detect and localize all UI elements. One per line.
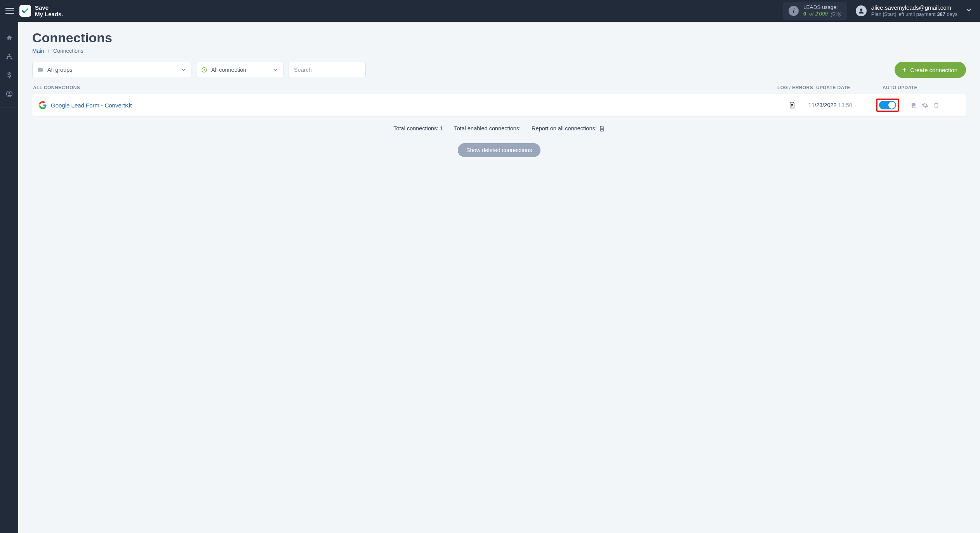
svg-rect-1 bbox=[8, 54, 10, 55]
svg-rect-13 bbox=[912, 103, 915, 106]
brand-text: Save My Leads. bbox=[35, 4, 63, 18]
svg-rect-3 bbox=[10, 58, 12, 59]
auto-update-toggle[interactable] bbox=[879, 101, 896, 109]
table-row: Google Lead Form - ConvertKit 11/23/2022… bbox=[32, 94, 966, 116]
col-header-auto: AUTO UPDATE bbox=[879, 85, 966, 90]
svg-point-0 bbox=[860, 9, 862, 11]
document-icon bbox=[599, 126, 605, 132]
main-content: Connections Main / Connections All group… bbox=[18, 22, 980, 533]
filters-row: All groups All connection bbox=[32, 62, 966, 78]
create-connection-button[interactable]: Create connection bbox=[895, 62, 966, 78]
breadcrumb-main[interactable]: Main bbox=[32, 48, 44, 54]
log-button[interactable] bbox=[776, 102, 808, 109]
stats-total: Total connections: 1 bbox=[393, 125, 443, 132]
connection-status-label: All connection bbox=[211, 67, 269, 73]
user-avatar-icon bbox=[856, 5, 867, 16]
groups-select-label: All groups bbox=[47, 67, 177, 73]
col-header-update: UPDATE DATE bbox=[815, 85, 879, 90]
leads-usage-box[interactable]: i LEADS usage: 0 of 2'000 (0%) bbox=[783, 2, 847, 20]
highlight-box bbox=[876, 99, 899, 112]
breadcrumb-current: Connections bbox=[53, 48, 83, 54]
user-email: alice.savemyleads@gmail.com bbox=[871, 4, 957, 12]
sidebar-item-connections[interactable] bbox=[0, 49, 18, 64]
sidebar-item-home[interactable] bbox=[0, 30, 18, 46]
sidebar-separator bbox=[0, 107, 18, 107]
folder-icon bbox=[37, 67, 43, 73]
breadcrumb: Main / Connections bbox=[32, 48, 966, 54]
chevron-down-icon bbox=[273, 67, 278, 73]
leads-usage-label: LEADS usage: bbox=[803, 4, 842, 11]
hamburger-icon[interactable] bbox=[5, 7, 14, 15]
sidebar bbox=[0, 22, 18, 533]
brand-logo-icon bbox=[19, 5, 31, 17]
leads-usage-value: 0 of 2'000 (0%) bbox=[803, 11, 842, 17]
col-header-log: LOG / ERRORS bbox=[776, 85, 815, 90]
stats-enabled: Total enabled connections: bbox=[454, 125, 521, 132]
user-plan: Plan |Start| left until payment 387 days bbox=[871, 11, 957, 17]
chevron-down-icon[interactable] bbox=[963, 4, 975, 17]
google-icon bbox=[38, 101, 47, 109]
connection-status-select[interactable]: All connection bbox=[196, 62, 283, 78]
info-icon: i bbox=[789, 6, 799, 16]
user-menu[interactable]: alice.savemyleads@gmail.com Plan |Start|… bbox=[856, 4, 957, 18]
list-header: ALL CONNECTIONS LOG / ERRORS UPDATE DATE… bbox=[32, 85, 966, 94]
page-title: Connections bbox=[32, 30, 966, 45]
svg-rect-2 bbox=[6, 58, 8, 59]
sidebar-item-billing[interactable] bbox=[0, 67, 18, 83]
search-input[interactable] bbox=[288, 62, 366, 78]
chevron-down-icon bbox=[181, 67, 186, 73]
svg-point-5 bbox=[8, 92, 10, 94]
topbar: Save My Leads. i LEADS usage: 0 of 2'000… bbox=[0, 0, 980, 22]
copy-button[interactable] bbox=[910, 102, 917, 109]
connection-title-link[interactable]: Google Lead Form - ConvertKit bbox=[51, 102, 776, 109]
stats-row: Total connections: 1 Total enabled conne… bbox=[32, 125, 966, 132]
update-date: 11/23/2022 13:50 bbox=[808, 102, 872, 108]
stats-report[interactable]: Report on all connections: bbox=[532, 125, 605, 132]
delete-button[interactable] bbox=[933, 102, 940, 109]
col-header-name: ALL CONNECTIONS bbox=[32, 85, 776, 90]
show-deleted-button[interactable]: Show deleted connections bbox=[458, 143, 540, 157]
breadcrumb-sep: / bbox=[48, 48, 49, 54]
play-circle-icon bbox=[201, 67, 207, 73]
create-connection-label: Create connection bbox=[910, 67, 957, 73]
sidebar-item-account[interactable] bbox=[0, 86, 18, 102]
groups-select[interactable]: All groups bbox=[32, 62, 191, 78]
settings-button[interactable] bbox=[922, 102, 928, 109]
brand[interactable]: Save My Leads. bbox=[19, 4, 63, 18]
